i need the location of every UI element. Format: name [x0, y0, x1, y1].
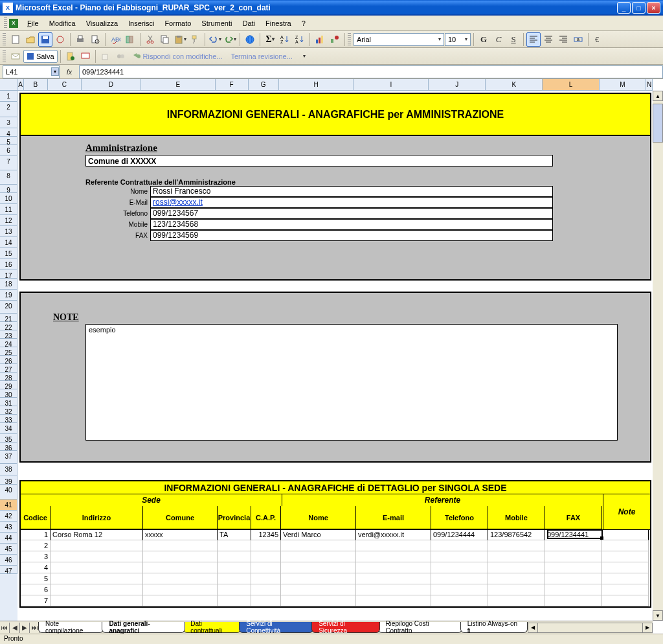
- font-selector[interactable]: Arial▾: [354, 33, 444, 46]
- col-j[interactable]: J: [429, 79, 486, 91]
- align-left-icon[interactable]: [526, 32, 541, 47]
- row-33[interactable]: 33: [0, 415, 17, 423]
- scroll-track[interactable]: [538, 623, 642, 633]
- redo-icon[interactable]: ▾: [223, 32, 237, 47]
- row-27[interactable]: 27: [0, 364, 17, 373]
- tab-nav-first[interactable]: ⏮: [0, 623, 10, 633]
- row-39[interactable]: 39: [0, 476, 17, 485]
- menu-modifica[interactable]: Modifica: [44, 17, 81, 29]
- col-k[interactable]: K: [486, 79, 543, 91]
- row-37[interactable]: 37: [0, 451, 17, 464]
- share-wb-icon[interactable]: [113, 49, 128, 63]
- row-22[interactable]: 22: [0, 322, 17, 330]
- col-l[interactable]: L: [543, 79, 600, 91]
- tab-listino-always-on[interactable]: Listino Always-on fi: [460, 622, 528, 633]
- open-icon[interactable]: [23, 32, 38, 47]
- vertical-scrollbar[interactable]: ▲ ▼: [653, 91, 663, 621]
- row-24[interactable]: 24: [0, 339, 17, 347]
- name-box[interactable]: L41▾: [3, 65, 60, 78]
- drawing-icon[interactable]: [328, 32, 342, 47]
- row-44[interactable]: 44: [0, 533, 17, 544]
- row-20[interactable]: 20: [0, 301, 17, 314]
- mobile-value[interactable]: 123/1234568: [150, 219, 553, 230]
- tab-dati-generali[interactable]: Dati generali-anagrafici: [102, 622, 185, 633]
- spellcheck-icon[interactable]: ABC: [108, 32, 122, 47]
- row-14[interactable]: 14: [0, 237, 17, 248]
- new-icon[interactable]: [8, 32, 23, 47]
- row-30[interactable]: 30: [0, 389, 17, 398]
- row-36[interactable]: 36: [0, 443, 17, 451]
- row-5[interactable]: 5: [0, 137, 17, 145]
- table-row[interactable]: 2: [21, 540, 650, 551]
- sort-desc-icon[interactable]: ZA: [293, 32, 307, 47]
- maximize-button[interactable]: □: [632, 2, 646, 14]
- sort-asc-icon[interactable]: AZ: [278, 32, 292, 47]
- row-45[interactable]: 45: [0, 544, 17, 555]
- scroll-down-button[interactable]: ▼: [653, 610, 663, 621]
- telefono-value[interactable]: 099/1234567: [150, 208, 553, 219]
- row-8[interactable]: 8: [0, 170, 17, 185]
- format-painter-icon[interactable]: [188, 32, 202, 47]
- cell-note[interactable]: [602, 529, 649, 540]
- row-12[interactable]: 12: [0, 215, 17, 226]
- col-m[interactable]: M: [600, 79, 646, 91]
- row-16[interactable]: 16: [0, 259, 17, 270]
- row-25[interactable]: 25: [0, 347, 17, 356]
- menu-inserisci[interactable]: Inserisci: [123, 17, 159, 29]
- row-3[interactable]: 3: [0, 117, 17, 128]
- row-4[interactable]: 4: [0, 128, 17, 137]
- row-46[interactable]: 46: [0, 555, 17, 566]
- permission-icon[interactable]: [53, 32, 67, 47]
- row-26[interactable]: 26: [0, 356, 17, 364]
- cell-indirizzo[interactable]: Corso Roma 12: [51, 529, 143, 540]
- scroll-left-button[interactable]: ◀: [528, 623, 538, 633]
- cell-mobile[interactable]: 123/9876542: [488, 529, 545, 540]
- salva-button[interactable]: Salva: [23, 50, 58, 63]
- row-7[interactable]: 7: [0, 156, 17, 170]
- paste-icon[interactable]: ▾: [173, 32, 187, 47]
- tab-nav-next[interactable]: ▶: [20, 623, 30, 633]
- cell-codice[interactable]: 1: [21, 529, 51, 540]
- cell-nome[interactable]: Verdi Marco: [281, 529, 356, 540]
- copy-icon[interactable]: [158, 32, 172, 47]
- row-1[interactable]: 1: [0, 91, 17, 102]
- tab-servizi-sicurezza[interactable]: Servizi di Sicurezza: [311, 622, 380, 633]
- cell-provincia[interactable]: TA: [218, 529, 251, 540]
- merge-center-icon[interactable]: a: [571, 32, 585, 47]
- col-e[interactable]: E: [141, 79, 216, 91]
- row-13[interactable]: 13: [0, 226, 17, 237]
- cell-comune[interactable]: xxxxx: [143, 529, 218, 540]
- tab-riepilogo-costi[interactable]: Riepilogo Costi Contratto: [378, 622, 462, 633]
- toolbar-options-icon[interactable]: ▾: [297, 49, 311, 63]
- row-35[interactable]: 35: [0, 434, 17, 443]
- hyperlink-icon[interactable]: [243, 32, 257, 47]
- col-d[interactable]: D: [82, 79, 141, 91]
- table-row[interactable]: 3: [21, 551, 650, 562]
- menu-visualizza[interactable]: Visualizza: [81, 17, 123, 29]
- align-center-icon[interactable]: [541, 32, 556, 47]
- row-11[interactable]: 11: [0, 204, 17, 215]
- row-2[interactable]: 2: [0, 102, 17, 117]
- amministrazione-value[interactable]: Comune di XXXXX: [85, 155, 553, 167]
- select-all-corner[interactable]: [0, 79, 17, 91]
- row-31[interactable]: 31: [0, 398, 17, 406]
- col-n[interactable]: N: [646, 79, 653, 91]
- chart-wizard-icon[interactable]: [313, 32, 327, 47]
- fx-icon[interactable]: fx: [63, 68, 75, 76]
- col-a[interactable]: A: [17, 79, 24, 91]
- row-32[interactable]: 32: [0, 406, 17, 415]
- minimize-button[interactable]: _: [617, 2, 631, 14]
- attach-icon[interactable]: [63, 49, 78, 63]
- show-changes-icon[interactable]: [98, 49, 113, 63]
- col-b[interactable]: B: [24, 79, 48, 91]
- row-23[interactable]: 23: [0, 330, 17, 339]
- row-34[interactable]: 34: [0, 423, 17, 434]
- scroll-up-button[interactable]: ▲: [653, 91, 663, 101]
- row-47[interactable]: 47: [0, 566, 17, 574]
- fax-value[interactable]: 099/1234569: [150, 230, 553, 241]
- print-icon[interactable]: [73, 32, 87, 47]
- align-right-icon[interactable]: [556, 32, 570, 47]
- row-18[interactable]: 18: [0, 279, 17, 290]
- row-19[interactable]: 19: [0, 290, 17, 301]
- cell-telefono[interactable]: 099/1234444: [431, 529, 488, 540]
